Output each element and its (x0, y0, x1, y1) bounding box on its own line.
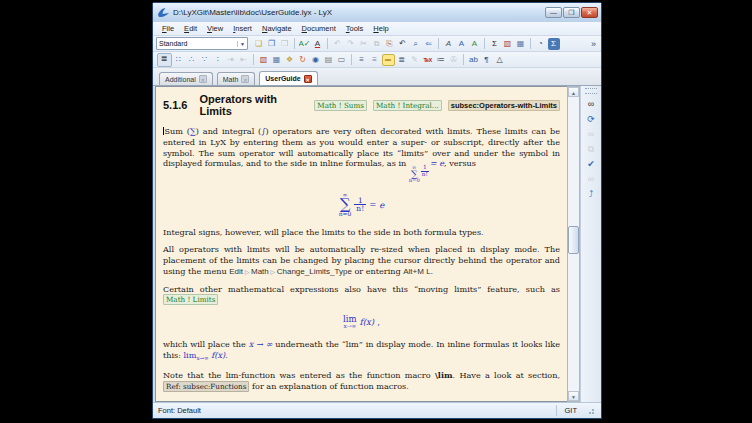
paste-icon[interactable]: ⎘ (384, 38, 396, 50)
scrollbar-track[interactable] (568, 97, 579, 391)
vc-check-in-icon[interactable]: ✔ (584, 158, 598, 171)
keyboard-shortcut: Alt+M L (403, 267, 430, 276)
insert-footnote-icon[interactable]: ◉ (310, 54, 322, 66)
restore-button[interactable]: ❐ (563, 7, 580, 18)
insert-table-icon[interactable]: ▦ (515, 38, 527, 50)
track-changes-icon[interactable]: A (312, 38, 324, 50)
insert-graphics-icon[interactable]: ▧ (502, 38, 514, 50)
minimize-button[interactable]: — (545, 7, 562, 18)
toolbar-separator (463, 54, 464, 65)
paragraph-style-combo[interactable]: Standard ▼ (156, 37, 248, 50)
index-inset[interactable]: Math ! Limits (163, 294, 218, 305)
labeling-icon[interactable]: ∶ (212, 54, 224, 66)
insert-box-icon[interactable]: ≣ (396, 54, 408, 66)
vc-update-icon[interactable]: ⟳ (584, 113, 598, 126)
paragraph: Note that the lim-function was entered a… (163, 370, 560, 393)
vc-register-icon[interactable]: ∞ (584, 98, 598, 111)
menu-edit[interactable]: Edit (179, 24, 202, 33)
close-button[interactable]: ✕ (581, 7, 598, 18)
math-panel-icon[interactable]: Σ (548, 38, 560, 50)
insert-float-icon[interactable]: ≡ (356, 54, 368, 66)
paragraph-settings-icon[interactable]: ¶ (481, 54, 493, 66)
new-document-icon[interactable]: ❏ (253, 38, 265, 50)
toolbar-drag-handle[interactable] (585, 88, 597, 94)
tab-close-icon[interactable]: ✕ (304, 75, 312, 83)
display-formula-sum[interactable]: ∞∑n=0 1n! = e (163, 192, 560, 217)
default-paragraph-icon[interactable]: ≣ (157, 53, 172, 67)
itemize-icon[interactable]: ∷ (173, 54, 185, 66)
tab-additional[interactable]: Additional ✕ (159, 72, 213, 85)
document-canvas[interactable]: 5.1.6 Operators with Limits Math ! Sums … (155, 86, 567, 402)
insert-figure-icon[interactable]: ▧ (258, 54, 270, 66)
menu-view[interactable]: View (202, 24, 228, 33)
inline-math-lim[interactable]: limx→∞ f(x) (184, 350, 226, 360)
insert-cross-reference-icon[interactable]: ↻ (297, 54, 309, 66)
emphasis-icon[interactable]: A (443, 38, 455, 50)
vc-revert-icon[interactable]: ⤴ (584, 188, 598, 201)
menu-bar: File Edit View Insert Navigate Document … (153, 22, 601, 36)
inline-math-x-to-infinity: x → ∞ (249, 339, 273, 349)
save-document-icon: ❒ (279, 38, 291, 50)
include-file-icon: ✇ (448, 54, 460, 66)
menu-tools[interactable]: Tools (341, 24, 369, 33)
title-bar[interactable]: D:\LyXGit\Master\lib\doc\UserGuide.lyx -… (153, 3, 601, 22)
copy-icon: ⧉ (371, 38, 383, 50)
vertical-scrollbar[interactable]: ▲ ▼ (567, 86, 580, 402)
insert-table-grid-icon[interactable]: ▦ (271, 54, 283, 66)
document-tab-bar: Additional ✕ Math ✕ UserGuide ✕ (153, 68, 601, 86)
navigate-back-icon[interactable]: ⇐ (423, 38, 435, 50)
paragraph: All operators with limits will be automa… (163, 244, 560, 277)
apply-style-icon[interactable]: A (469, 38, 481, 50)
noun-icon[interactable]: A (456, 38, 468, 50)
description-icon[interactable]: ∵ (199, 54, 211, 66)
inline-math-formula[interactable]: ∞∑n=01n!= e (409, 158, 444, 168)
extra-toolbar: ≣∷∴∵∶⇥⇤▧▦❖↻◉▤▭≡≡▬≣✎TeX≔✇ab¶△ (153, 52, 601, 68)
status-vcs-badge: GIT (556, 405, 586, 416)
insert-wide-float-icon[interactable]: ≡ (369, 54, 381, 66)
menu-navigate[interactable]: Navigate (257, 24, 297, 33)
status-font: Font: Default (158, 406, 201, 415)
display-formula-limit[interactable]: limx→∞ f(x), (163, 315, 560, 329)
insert-marginal-note-icon[interactable]: ▤ (323, 54, 335, 66)
window-controls: —❐✕ (545, 7, 598, 18)
vc-toolbar-buttons: ∞⟳∞⧉✔∞⤴ (584, 97, 598, 202)
tab-userguide-label: UserGuide (265, 75, 300, 82)
window-title: D:\LyXGit\Master\lib\doc\UserGuide.lyx -… (173, 8, 545, 17)
open-document-icon[interactable]: ❐ (266, 38, 278, 50)
tab-userguide[interactable]: UserGuide ✕ (259, 71, 317, 85)
scrollbar-thumb[interactable] (568, 226, 579, 254)
tab-close-icon[interactable]: ✕ (241, 75, 249, 83)
insert-note-icon[interactable]: ▬ (382, 54, 395, 66)
enumerate-icon[interactable]: ∴ (186, 54, 198, 66)
label-inset[interactable]: subsec:Operators-with-Limits (448, 100, 560, 111)
insert-label-icon[interactable]: ❖ (284, 54, 296, 66)
paragraph: which will place the x → ∞ underneath th… (163, 339, 560, 364)
insert-short-title-icon[interactable]: ▭ (336, 54, 348, 66)
find-replace-icon[interactable]: ⌕ (410, 38, 422, 50)
menu-help[interactable]: Help (368, 24, 393, 33)
revert-document-icon[interactable]: ↶ (397, 38, 409, 50)
math-delimiter-icon[interactable]: △ (494, 54, 506, 66)
tab-math[interactable]: Math ✕ (217, 72, 256, 85)
change-case-icon[interactable]: ab (468, 54, 480, 66)
scroll-up-icon[interactable]: ▲ (568, 87, 579, 97)
tab-additional-label: Additional (165, 76, 196, 83)
insert-math-icon[interactable]: Σ (489, 38, 501, 50)
menu-file[interactable]: File (157, 24, 179, 33)
menu-insert[interactable]: Insert (228, 24, 257, 33)
toolbar-overflow-icon[interactable]: » (589, 39, 598, 49)
vc-compare-icon: ∞ (584, 128, 598, 141)
tab-close-icon[interactable]: ✕ (199, 75, 207, 83)
insert-hyperlink-icon: ✎ (409, 54, 421, 66)
paragraph: Certain other mathematical expressions a… (163, 284, 560, 307)
menu-document[interactable]: Document (297, 24, 341, 33)
cross-reference-inset[interactable]: Ref: subsec:Functions (163, 381, 249, 392)
outline-icon[interactable]: ◔ (535, 38, 547, 50)
resize-grip[interactable] (588, 407, 596, 415)
scroll-down-icon[interactable]: ▼ (568, 391, 579, 401)
insert-tex-code-icon[interactable]: TeX (422, 54, 434, 66)
index-inset[interactable]: Math ! Integral... (373, 100, 442, 111)
index-inset[interactable]: Math ! Sums (314, 100, 367, 111)
spellcheck-icon[interactable]: A✓ (299, 38, 311, 50)
insert-listing-icon[interactable]: ≔ (435, 54, 447, 66)
